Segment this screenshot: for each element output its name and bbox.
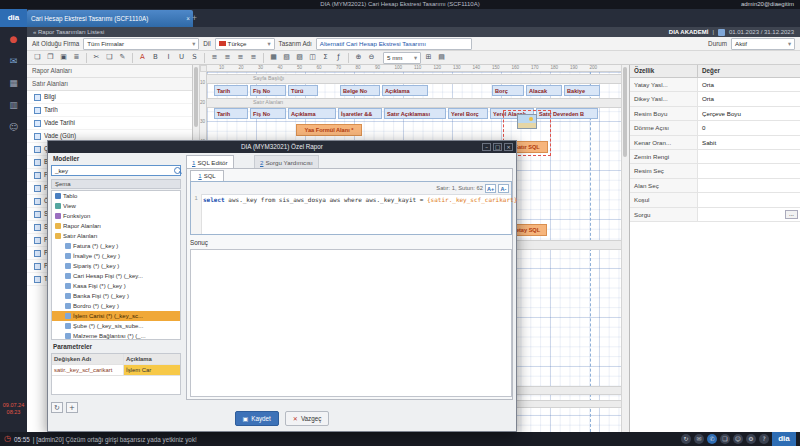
tree-item[interactable]: Kasa Fişi (*) (_key ) <box>52 281 180 291</box>
organization-name[interactable]: DIA AKADEMİ <box>669 27 709 37</box>
close-icon[interactable]: × <box>504 143 513 151</box>
new-tab-button[interactable]: + <box>188 12 201 25</box>
messages-icon[interactable]: ✉ <box>7 55 21 68</box>
report-field-cell[interactable]: Açıklama <box>382 85 428 96</box>
maximize-icon[interactable]: □ <box>493 143 502 151</box>
property-value[interactable] <box>698 164 800 177</box>
report-field-cell[interactable]: Tarih <box>214 85 248 96</box>
tree-item[interactable]: İrsaliye (*) (_key ) <box>52 251 180 261</box>
support-icon[interactable]: ☺ <box>7 121 21 134</box>
save-icon[interactable]: ▣ <box>58 52 69 63</box>
row-field-cell[interactable]: İşaretler && <box>338 108 382 119</box>
tree-item[interactable]: Banka Fişi (*) (_key ) <box>52 291 180 301</box>
insert-table-icon[interactable]: ▦ <box>268 52 279 63</box>
report-field-cell[interactable]: Belge No <box>340 85 380 96</box>
field-group-header[interactable]: Satır Alanları <box>27 78 192 91</box>
tree-item[interactable]: Cari Hesap Fişi (*) (_key... <box>52 271 180 281</box>
align-center-icon[interactable]: ≡ <box>222 52 233 63</box>
align-left-icon[interactable]: ≡ <box>209 52 220 63</box>
tree-item[interactable]: Malzeme Bağlantısı (*) (_... <box>52 331 180 340</box>
font-color-icon[interactable]: A <box>137 52 148 63</box>
property-value[interactable]: ... <box>698 208 800 221</box>
row-field-cell[interactable]: Açıklama <box>288 108 336 119</box>
tree-item[interactable]: Fatura (*) (_key ) <box>52 241 180 251</box>
report-field-cell[interactable]: Alacak <box>526 85 562 96</box>
canvas-scrollbar[interactable] <box>621 65 629 432</box>
tree-item[interactable]: View <box>52 201 180 211</box>
function-icon[interactable]: ƒ <box>333 52 344 63</box>
page-setup-icon[interactable]: ▤ <box>436 52 447 63</box>
phone-icon[interactable]: ✆ <box>707 434 717 444</box>
row-field-cell[interactable]: Tarih <box>214 108 248 119</box>
property-value[interactable] <box>698 150 800 163</box>
field-group-header[interactable]: Rapor Alanları <box>27 65 192 78</box>
copy-icon[interactable]: ❑ <box>104 52 115 63</box>
property-value[interactable]: Orta <box>698 92 800 105</box>
user-icon[interactable]: ☺ <box>733 434 743 444</box>
save-button[interactable]: ▣ Kaydet <box>235 411 279 426</box>
row-field-cell[interactable]: Fiş No <box>250 108 286 119</box>
report-field-cell[interactable]: Fiş No <box>250 85 286 96</box>
page-header-band[interactable]: Sayfa Başlığı <box>207 74 621 84</box>
mail-icon[interactable]: ✉ <box>694 434 704 444</box>
model-search-input[interactable]: _key <box>51 165 181 176</box>
tab-sql-editor[interactable]: 1SQL Editör <box>186 155 234 168</box>
property-value[interactable] <box>698 193 800 206</box>
apps-icon[interactable]: ▦ <box>7 77 21 90</box>
property-value[interactable]: Çerçeve Boyu <box>698 107 800 120</box>
tree-item[interactable]: Tablo <box>52 191 180 201</box>
app-logo[interactable]: dia <box>0 9 27 27</box>
bold-icon[interactable]: B <box>150 52 161 63</box>
help-icon[interactable]: ? <box>759 434 769 444</box>
open-icon[interactable]: ❐ <box>45 52 56 63</box>
idcard-icon[interactable]: ▥ <box>7 99 21 112</box>
print-icon[interactable]: ≣ <box>71 52 82 63</box>
zoom-out-icon[interactable]: ⊖ <box>366 52 377 63</box>
sql-code-editor[interactable]: Satır: 1, Sutun: 62 A+ A- 1 select aws._… <box>190 181 512 235</box>
row-field-cell[interactable]: Satır Açıklaması <box>384 108 446 119</box>
settings-icon[interactable]: ⚙ <box>746 434 756 444</box>
tree-item[interactable]: Bordro (*) (_key ) <box>52 301 180 311</box>
zoom-in-icon[interactable]: ⊕ <box>353 52 364 63</box>
calendar-icon[interactable] <box>718 29 725 36</box>
field-list-item[interactable]: Vade Tarihi <box>27 117 192 130</box>
result-grid[interactable] <box>190 249 512 397</box>
report-field-cell[interactable]: Bakiye <box>564 85 600 96</box>
tab-sorgu-yardimcisi[interactable]: 2Sorgu Yardımcısı <box>254 155 319 168</box>
cancel-button[interactable]: ✕ Vazgeç <box>285 411 330 426</box>
paste-icon[interactable]: ✎ <box>117 52 128 63</box>
row-fields-band[interactable]: Satır Alanları <box>207 98 621 108</box>
field-list-item[interactable]: Tarih <box>27 104 192 117</box>
logged-in-user[interactable]: admin20@diaegitim <box>741 0 794 9</box>
fiscal-period[interactable]: 01.01.2023 / 31.12.2023 <box>729 27 794 37</box>
tree-item[interactable]: İşlem Carisi (*) (_key_sc... <box>52 311 180 321</box>
align-right-icon[interactable]: ≡ <box>235 52 246 63</box>
report-field-cell[interactable]: Türü <box>288 85 318 96</box>
tree-item[interactable]: Satır Alanları <box>52 231 180 241</box>
language-select[interactable]: Türkçe▾ <box>215 38 275 50</box>
sum-icon[interactable]: Σ <box>320 52 331 63</box>
firm-select[interactable]: Tüm Firmalar▾ <box>83 38 199 50</box>
back-icon[interactable]: « <box>33 29 36 35</box>
parameter-row[interactable]: satir._key_scf_carikartİşlem Car <box>52 365 180 376</box>
ellipsis-button[interactable]: ... <box>785 210 798 219</box>
property-value[interactable] <box>698 179 800 192</box>
insert-grid-icon[interactable]: ▧ <box>281 52 292 63</box>
tree-item[interactable]: Rapor Alanları <box>52 221 180 231</box>
grid-unit-select[interactable]: 5 mm▾ <box>383 52 421 64</box>
property-value[interactable]: Sabit <box>698 136 800 149</box>
italic-icon[interactable]: I <box>163 52 174 63</box>
report-field-cell[interactable]: Borç <box>492 85 524 96</box>
insert-image-icon[interactable]: ▨ <box>294 52 305 63</box>
tab-cari-hesap-ekstresi[interactable]: Cari Hesap Ekstresi Tasarımı (SCF1110A) … <box>27 10 193 27</box>
schema-section-header[interactable]: Şema <box>51 179 181 189</box>
minimize-icon[interactable]: – <box>482 143 491 151</box>
underline-icon[interactable]: U <box>176 52 187 63</box>
property-value[interactable]: 0 <box>698 121 800 134</box>
dialog-titlebar[interactable]: DIA (MYM32021) Özel Rapor –□× <box>48 141 516 153</box>
row-field-cell[interactable]: Yerel Borç <box>448 108 488 119</box>
tree-item[interactable]: Şube (*) (_key_sis_sube... <box>52 321 180 331</box>
cut-icon[interactable]: ✂ <box>91 52 102 63</box>
insert-field-icon[interactable]: ◫ <box>307 52 318 63</box>
field-list-item[interactable]: Bilgi <box>27 91 192 104</box>
